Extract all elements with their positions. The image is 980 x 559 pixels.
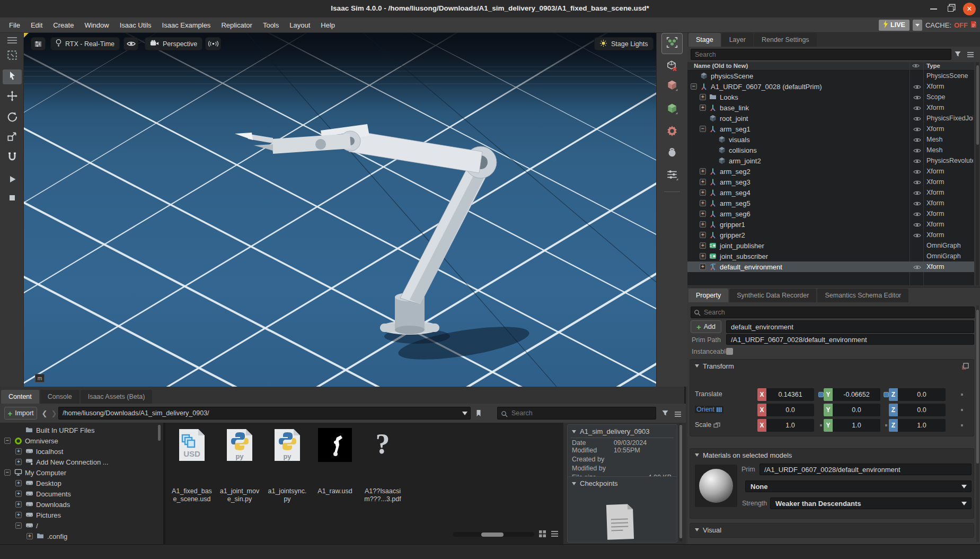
visibility-eye-icon[interactable] [911,115,923,123]
tree-item-add-new-connection[interactable]: + Add New Connection ... [0,457,159,467]
back-button[interactable]: ❮ [40,407,49,420]
tree-item-pictures[interactable]: + Pictures [0,510,159,520]
cache-doc-icon[interactable] [970,21,977,30]
tab-console[interactable]: Console [40,390,80,404]
expand-toggle-icon[interactable]: + [15,501,22,508]
stage-row-arm-seg2[interactable]: + arm_seg2 Xform [687,166,974,177]
property-search-input[interactable] [691,307,975,318]
orient-x-field[interactable]: 0.0 [766,404,814,416]
file-a1-raw-usd[interactable]: A1_raw.usd [313,428,357,495]
menu-edit[interactable]: Edit [26,21,47,29]
maximize-button[interactable] [943,0,957,18]
close-button[interactable]: ✕ [963,0,976,18]
expand-toggle-icon[interactable]: − [15,522,22,529]
file-a1-isaacsi-m-3-pdf[interactable]: ? A1??Isaacsi m???...3.pdf [360,428,405,503]
stage-scrollbar[interactable] [976,62,979,285]
menu-isaac-utils[interactable]: Isaac Utils [115,21,156,29]
audio-speaker-button[interactable] [205,37,221,50]
tool-snap[interactable] [3,151,22,165]
visual-section-header[interactable]: Visual [690,523,974,536]
stage-row-arm-seg6[interactable]: + arm_seg6 Xform [687,208,974,219]
strip-delete-prim[interactable] [661,56,683,77]
visibility-eye-icon[interactable] [911,211,923,219]
stage-row-arm-seg4[interactable]: + arm_seg4 Xform [687,187,974,198]
file-a1-joint-mov-e-sin-py[interactable]: py a1_joint_mov e_sin.py [217,428,262,503]
prim-path-field[interactable]: /A1_URDF_0607_0028/default_environment [726,334,974,345]
expand-toggle-icon[interactable]: + [15,491,22,497]
expand-toggle-icon[interactable]: + [15,448,22,455]
expand-toggle-icon[interactable]: + [15,512,22,518]
tab-synthetic-data-recorder[interactable]: Synthetic Data Recorder [729,289,816,302]
viewport-settings-button[interactable] [31,37,46,50]
tab-semantics-schema-editor[interactable]: Semantics Schema Editor [817,289,908,302]
file-a1-fixed-bas-e-scene-usd[interactable]: USD A1_fixed_bas e_scene.usd [170,428,214,503]
stage-row-gripper2[interactable]: + gripper2 Xform [687,230,974,240]
expand-toggle-icon[interactable]: + [15,459,22,465]
menu-window[interactable]: Window [80,21,113,29]
menu-create[interactable]: Create [48,21,78,29]
materials-section-header[interactable]: Materials on selected models [690,449,974,461]
tool-select-box[interactable] [3,49,22,64]
visibility-eye-icon[interactable] [911,189,923,197]
stage-row-arm-seg1[interactable]: − arm_seg1 Xform [687,124,974,134]
strip-mass-weight[interactable] [661,142,683,163]
visibility-eye-icon[interactable] [911,221,923,229]
tab-render-settings[interactable]: Render Settings [754,33,817,47]
scale-z-field[interactable]: 1.0 [898,419,946,432]
stage-row-joint-publisher[interactable]: + joint_publisher OmniGraph [687,240,974,251]
tree-item-downloads[interactable]: + Downloads [0,499,159,510]
stage-row-arm-seg5[interactable]: + arm_seg5 Xform [687,198,974,208]
live-dropdown-caret[interactable] [913,20,922,31]
menu-isaac-examples[interactable]: Isaac Examples [157,21,216,29]
name-column-header[interactable]: Name (Old to New) [694,63,748,69]
forward-button[interactable]: ❯ [50,407,58,420]
expand-toggle-icon[interactable]: + [700,253,706,259]
strip-physics-gear[interactable] [661,121,683,143]
viewport-3d[interactable]: RTX - Real-Time Perspective Stage Lights… [24,33,656,387]
options-hamburger-icon[interactable] [967,50,974,60]
thumbnail-size-slider[interactable] [453,532,534,537]
tool-stop[interactable] [3,191,22,206]
instanceable-checkbox[interactable] [726,348,733,355]
visibility-eye-icon[interactable] [911,200,923,208]
stage-row-physicsscene[interactable]: + physicsScene PhysicsScene [687,71,974,81]
live-sync-button[interactable]: LIVE [879,20,910,31]
tool-rotate[interactable] [3,110,22,125]
file-a1-jointsync-py[interactable]: py a1_jointsync. py [265,428,310,503]
tab-property[interactable]: Property [688,289,728,302]
tab-layer[interactable]: Layer [722,33,753,47]
visibility-eye-icon[interactable] [911,168,923,176]
mixed-value-checkbox[interactable] [818,392,824,397]
tree-item-[interactable]: − / [0,520,159,531]
stage-row-arm-joint2[interactable]: + arm_joint2 PhysicsRevoluteJoint [687,155,974,166]
tree-item-my-computer[interactable]: − My Computer [0,467,159,478]
stage-row-joint-subscriber[interactable]: + joint_subscriber OmniGraph [687,251,974,261]
list-view-icon[interactable] [551,530,559,540]
tree-item-omniverse[interactable]: − Omniverse [0,435,159,446]
expand-toggle-icon[interactable]: + [27,533,33,539]
tab-content[interactable]: Content [1,390,39,404]
expand-toggle-icon[interactable]: + [700,232,706,238]
xform-stack-icon[interactable] [961,362,969,372]
material-prim-field[interactable]: /A1_URDF_0607_0028/default_environment [760,464,972,475]
strip-mesh-cube[interactable] [661,76,683,97]
tree-item-localhost[interactable]: + localhost [0,446,159,457]
expand-toggle-icon[interactable]: + [15,480,22,486]
expand-toggle-icon[interactable]: + [700,264,706,270]
stage-search-input[interactable] [691,49,951,60]
orient-y-field[interactable]: 0.0 [833,404,880,416]
menu-help[interactable]: Help [316,21,340,29]
scale-y-field[interactable]: 1.0 [833,419,880,432]
expand-toggle-icon[interactable]: + [700,189,706,196]
stage-row-gripper1[interactable]: + gripper1 Xform [687,219,974,230]
expand-toggle-icon[interactable]: + [700,221,706,228]
bookmark-icon[interactable] [476,409,481,419]
visibility-eye-icon[interactable] [911,158,923,165]
path-dropdown-caret[interactable] [462,412,467,415]
expand-toggle-icon[interactable]: − [4,438,11,444]
expand-toggle-icon[interactable]: + [700,94,706,100]
stage-row-default-environment[interactable]: + default_environment Xform [687,261,974,272]
tree-item-desktop[interactable]: + Desktop [0,478,159,488]
visibility-eye-icon[interactable] [911,179,923,187]
options-hamburger-icon[interactable] [674,410,682,420]
